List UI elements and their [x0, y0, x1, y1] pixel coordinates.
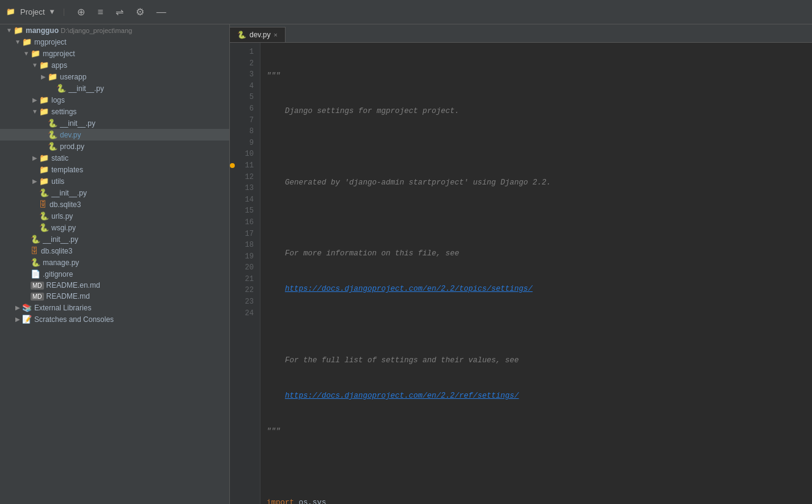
sidebar-item-init-settings[interactable]: 🐍 __init__.py	[0, 117, 229, 129]
line-num-11: 11	[230, 160, 260, 172]
code-line-4: Generated by 'django-admin startproject'…	[267, 177, 812, 189]
label-init-outer: __init__.py	[43, 235, 78, 244]
label-init-mgproject: __init__.py	[51, 189, 87, 197]
arrow-logs: ▶	[31, 97, 39, 103]
sidebar-item-readme-en[interactable]: MD README.en.md	[0, 280, 229, 291]
line-num-10: 10	[230, 148, 260, 160]
code-line-7: https://docs.djangoproject.com/en/2.2/to…	[267, 283, 812, 296]
code-line-8	[267, 320, 812, 332]
sidebar-item-wsgi[interactable]: 🐍 wsgi.py	[0, 222, 229, 233]
folder-icon: 📁	[6, 7, 15, 16]
code-line-11: """	[267, 426, 812, 438]
tree-root[interactable]: ▼ 📁 mangguo D:\django_project\mang	[0, 24, 229, 36]
sidebar-item-readme[interactable]: MD README.md	[0, 291, 229, 302]
folder-icon-logs: 📁	[39, 95, 49, 104]
separator: |	[62, 7, 67, 16]
sidebar-item-init-mgproject[interactable]: 🐍 __init__.py	[0, 187, 229, 199]
arrow-static: ▶	[31, 155, 39, 161]
py-icon-init-outer: 🐍	[31, 235, 40, 244]
label-logs: logs	[51, 96, 65, 104]
code-container[interactable]: 1 2 3 4 5 6 7 8 9 10 11 12 13 14 15 16 1…	[230, 43, 812, 504]
tab-filename: dev.py	[249, 31, 270, 39]
tab-py-icon: 🐍	[237, 31, 246, 39]
code-line-1: """	[267, 70, 812, 82]
code-editor[interactable]: """ Django settings for mgproject projec…	[260, 43, 812, 504]
add-icon[interactable]: ⊕	[73, 4, 89, 20]
line-num-2: 2	[230, 58, 260, 70]
db-icon-outer: 🗄	[31, 246, 39, 255]
sidebar-item-gitignore[interactable]: 📄 .gitignore	[0, 268, 229, 280]
sidebar-item-prod-py[interactable]: 🐍 prod.py	[0, 141, 229, 152]
structure-icon[interactable]: ≡	[94, 4, 106, 20]
code-line-12	[267, 462, 812, 474]
py-icon-init-settings: 🐍	[48, 119, 57, 128]
dropdown-icon[interactable]: ▼	[50, 8, 54, 16]
sidebar-item-mgproject-inner[interactable]: ▼ 📁 mgproject	[0, 48, 229, 59]
sidebar-item-userapp[interactable]: ▶ 📁 userapp	[0, 71, 229, 82]
code-line-6: For more information on this file, see	[267, 248, 812, 260]
sidebar-item-init-apps[interactable]: 🐍 __init__.py	[0, 82, 229, 94]
label-dev-py: dev.py	[60, 131, 81, 139]
line-num-24: 24	[230, 308, 260, 320]
sidebar-item-db-inner[interactable]: 🗄 db.sqlite3	[0, 199, 229, 210]
line-num-8: 8	[230, 126, 260, 137]
line-num-7: 7	[230, 115, 260, 126]
py-icon-init-apps: 🐍	[56, 84, 66, 93]
sidebar-item-urls[interactable]: 🐍 urls.py	[0, 210, 229, 222]
sidebar-item-init-outer[interactable]: 🐍 __init__.py	[0, 233, 229, 245]
root-arrow: ▼	[5, 27, 13, 34]
sync-icon[interactable]: ⇌	[112, 4, 127, 20]
tab-dev-py[interactable]: 🐍 dev.py ×	[230, 27, 286, 42]
label-mgproject-outer: mgproject	[34, 38, 67, 46]
code-line-2: Django settings for mgproject project.	[267, 106, 812, 118]
sidebar-item-ext-libs[interactable]: ▶ 📚 External Libraries	[0, 302, 229, 313]
line-num-19: 19	[230, 251, 260, 263]
folder-icon-settings: 📁	[39, 107, 49, 116]
code-line-13: import os,sys	[267, 497, 812, 504]
line-num-18: 18	[230, 239, 260, 251]
label-mgproject-inner: mgproject	[43, 49, 75, 58]
minimize-icon[interactable]: —	[153, 4, 170, 20]
sidebar-item-settings[interactable]: ▼ 📁 settings	[0, 106, 229, 117]
line-num-9: 9	[230, 137, 260, 149]
settings-icon[interactable]: ⚙	[132, 4, 148, 20]
line-num-16: 16	[230, 217, 260, 228]
line-num-22: 22	[230, 285, 260, 296]
sidebar-item-manage[interactable]: 🐍 manage.py	[0, 257, 229, 268]
tabs-bar: 🐍 dev.py ×	[230, 24, 812, 43]
tab-close-button[interactable]: ×	[273, 31, 277, 38]
folder-icon-apps: 📁	[39, 60, 49, 70]
folder-icon-mgproject-inner: 📁	[31, 49, 40, 58]
line-num-12: 12	[230, 172, 260, 183]
label-templates: templates	[51, 166, 83, 174]
root-label: mangguo D:\django_project\mang	[26, 26, 132, 35]
sidebar-item-utils[interactable]: ▶ 📁 utils	[0, 175, 229, 187]
sidebar-item-templates[interactable]: 📁 templates	[0, 164, 229, 175]
sidebar-item-db-outer[interactable]: 🗄 db.sqlite3	[0, 245, 229, 257]
line-numbers: 1 2 3 4 5 6 7 8 9 10 11 12 13 14 15 16 1…	[230, 43, 260, 504]
py-icon-urls: 🐍	[39, 211, 49, 221]
sidebar-item-static[interactable]: ▶ 📁 static	[0, 152, 229, 164]
arrow-scratches: ▶	[13, 316, 22, 323]
sidebar-item-mgproject-outer[interactable]: ▼ 📁 mgproject	[0, 36, 229, 48]
py-icon-dev: 🐍	[48, 130, 57, 139]
label-userapp: userapp	[60, 73, 86, 81]
toolbar: 📁 Project ▼ | ⊕ ≡ ⇌ ⚙ —	[0, 0, 812, 24]
code-line-3	[267, 141, 812, 153]
sidebar-item-dev-py[interactable]: 🐍 dev.py	[0, 129, 229, 141]
md-icon-readme-en: MD	[31, 282, 44, 290]
sidebar-item-scratches[interactable]: ▶ 📝 Scratches and Consoles	[0, 313, 229, 325]
editor-area: 🐍 dev.py × 1 2 3 4 5 6 7 8 9 10 11 12 13	[230, 24, 812, 504]
line-num-20: 20	[230, 262, 260, 274]
line-num-3: 3	[230, 69, 260, 81]
line-num-21: 21	[230, 274, 260, 285]
project-tree: ▼ 📁 mangguo D:\django_project\mang ▼ 📁 m…	[0, 24, 230, 504]
label-static: static	[51, 154, 68, 163]
label-wsgi: wsgi.py	[51, 224, 76, 232]
folder-icon-templates: 📁	[39, 165, 49, 174]
sidebar-item-logs[interactable]: ▶ 📁 logs	[0, 94, 229, 106]
arrow-settings: ▼	[31, 108, 39, 115]
arrow-apps: ▼	[31, 62, 39, 68]
root-folder-icon: 📁	[13, 26, 23, 35]
sidebar-item-apps[interactable]: ▼ 📁 apps	[0, 59, 229, 71]
